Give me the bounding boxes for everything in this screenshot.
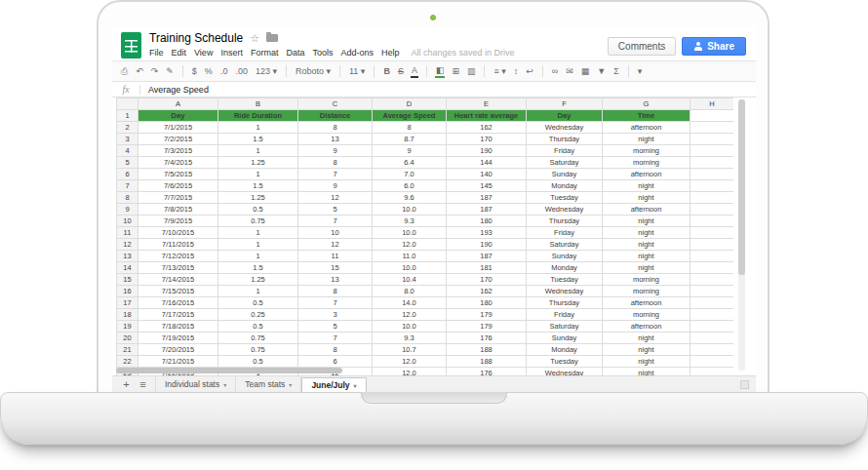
- cell[interactable]: night: [603, 192, 690, 204]
- cell[interactable]: 7/4/2015: [138, 157, 218, 169]
- cell[interactable]: 7: [298, 333, 373, 344]
- cell[interactable]: 7.0: [373, 169, 447, 180]
- cell[interactable]: 11.0: [373, 251, 447, 262]
- cell[interactable]: 7/3/2015: [138, 145, 218, 157]
- cell[interactable]: 162: [447, 286, 527, 297]
- cell[interactable]: 0.75: [218, 215, 298, 227]
- cell[interactable]: 8.0: [373, 286, 447, 297]
- cell[interactable]: Saturday: [527, 321, 603, 333]
- cell[interactable]: [690, 262, 734, 274]
- redo-icon[interactable]: ↷: [150, 66, 160, 77]
- insert-link-icon[interactable]: ∞: [551, 66, 559, 77]
- column-header-F[interactable]: F: [527, 98, 603, 110]
- row-header-19[interactable]: 19: [117, 321, 138, 333]
- cell[interactable]: 1: [218, 145, 298, 157]
- row-header-8[interactable]: 8: [117, 192, 138, 204]
- cell[interactable]: 1: [218, 169, 298, 180]
- cell[interactable]: night: [603, 356, 690, 368]
- cell[interactable]: [690, 145, 734, 157]
- cell[interactable]: 10.0: [373, 262, 447, 274]
- cell[interactable]: 0.25: [218, 309, 298, 321]
- cell[interactable]: 0.75: [218, 333, 298, 344]
- cell[interactable]: 0.5: [218, 297, 298, 309]
- cell[interactable]: 10: [298, 227, 373, 239]
- menu-file[interactable]: File: [149, 48, 164, 58]
- paint-format-icon[interactable]: ✎: [165, 66, 175, 77]
- cell[interactable]: [690, 169, 734, 180]
- cell[interactable]: 7/8/2015: [138, 204, 218, 215]
- cell[interactable]: 176: [447, 368, 527, 376]
- cell[interactable]: Monday: [527, 344, 603, 356]
- cell[interactable]: afternoon: [603, 122, 690, 134]
- row-header-5[interactable]: 5: [117, 157, 138, 169]
- cell[interactable]: 7/5/2015: [138, 169, 218, 180]
- cell[interactable]: 7/9/2015: [138, 215, 218, 227]
- row-header-16[interactable]: 16: [117, 286, 138, 297]
- vertical-scrollbar[interactable]: [738, 99, 745, 371]
- cell[interactable]: 180: [447, 215, 527, 227]
- cell[interactable]: 3: [298, 309, 373, 321]
- cell[interactable]: afternoon: [603, 204, 690, 215]
- cell[interactable]: 7/16/2015: [138, 297, 218, 309]
- cell[interactable]: [690, 309, 734, 321]
- sheet-tab-june-july[interactable]: June/July▾: [301, 377, 366, 392]
- cell[interactable]: 1.25: [218, 157, 298, 169]
- cell[interactable]: 9: [373, 145, 447, 157]
- cell[interactable]: 7: [298, 215, 373, 227]
- cell[interactable]: night: [603, 262, 690, 274]
- cell[interactable]: 12.0: [373, 239, 447, 251]
- cell[interactable]: 1: [218, 227, 298, 239]
- cell[interactable]: 140: [447, 169, 527, 180]
- cell[interactable]: Tuesday: [527, 356, 603, 368]
- cell[interactable]: 187: [447, 251, 527, 262]
- cell[interactable]: 10.4: [373, 274, 447, 286]
- cell[interactable]: Wednesday: [527, 204, 603, 215]
- row-header-22[interactable]: 22: [117, 356, 138, 368]
- menu-format[interactable]: Format: [251, 48, 279, 58]
- cell[interactable]: 1.5: [218, 262, 298, 274]
- cell[interactable]: [690, 122, 734, 134]
- font-size-select-icon[interactable]: 11 ▾: [348, 66, 366, 77]
- cell[interactable]: Friday: [527, 145, 603, 157]
- increase-decimal-places-icon[interactable]: .00: [234, 66, 249, 77]
- cell[interactable]: 12.0: [373, 368, 447, 376]
- cell[interactable]: Friday: [527, 309, 603, 321]
- cell[interactable]: [690, 215, 734, 227]
- cell[interactable]: 7/11/2015: [138, 239, 218, 251]
- cell[interactable]: 15: [298, 262, 373, 274]
- cell[interactable]: 188: [447, 356, 527, 368]
- cell[interactable]: 5: [298, 321, 373, 333]
- row-header-7[interactable]: 7: [117, 180, 138, 192]
- cell[interactable]: 8: [298, 122, 373, 134]
- cell[interactable]: 7: [298, 297, 373, 309]
- row-header-21[interactable]: 21: [117, 344, 138, 356]
- cell[interactable]: 0.5: [218, 356, 298, 368]
- cell[interactable]: 7/12/2015: [138, 251, 218, 262]
- cell[interactable]: 187: [447, 192, 527, 204]
- cell[interactable]: 10.7: [373, 344, 447, 356]
- cell[interactable]: 6.0: [373, 180, 447, 192]
- cell[interactable]: afternoon: [603, 169, 690, 180]
- header-cell[interactable]: Time: [603, 110, 690, 122]
- cell[interactable]: Tuesday: [527, 274, 603, 286]
- row-header-9[interactable]: 9: [117, 204, 138, 215]
- cell[interactable]: 0.5: [218, 204, 298, 215]
- cell[interactable]: morning: [603, 274, 690, 286]
- header-cell[interactable]: Day: [138, 110, 218, 122]
- cell[interactable]: 1.5: [218, 180, 298, 192]
- cell[interactable]: 0.5: [218, 321, 298, 333]
- row-header-1[interactable]: 1: [117, 110, 138, 122]
- cell[interactable]: Saturday: [527, 239, 603, 251]
- cell[interactable]: 9: [298, 145, 373, 157]
- column-header-G[interactable]: G: [603, 98, 690, 110]
- cell[interactable]: 11: [298, 251, 373, 262]
- cell[interactable]: [690, 227, 734, 239]
- cell[interactable]: [690, 110, 734, 122]
- cell[interactable]: [690, 333, 734, 344]
- cell[interactable]: 10.0: [373, 204, 447, 215]
- cell[interactable]: Wednesday: [527, 368, 603, 376]
- row-header-17[interactable]: 17: [117, 297, 138, 309]
- cell[interactable]: night: [603, 134, 690, 145]
- cell[interactable]: [690, 251, 734, 262]
- cell[interactable]: Wednesday: [527, 122, 603, 134]
